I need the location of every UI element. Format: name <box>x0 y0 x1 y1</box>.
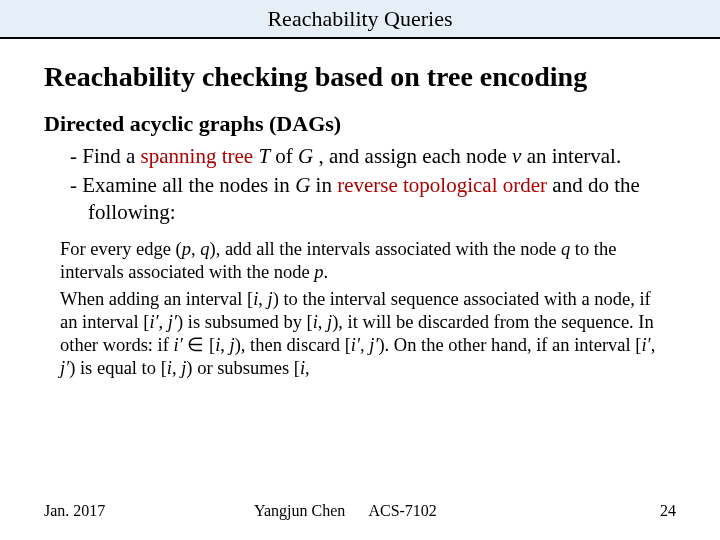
slide-header: Reachability Queries <box>0 0 720 39</box>
paragraph-block: For every edge (p, q), add all the inter… <box>44 238 676 381</box>
footer-author: Yangjun Chen <box>254 502 345 519</box>
slide-content: Reachability checking based on tree enco… <box>0 39 720 380</box>
paragraph-1: For every edge (p, q), add all the inter… <box>60 238 668 284</box>
footer-center: Yangjun Chen ACS-7102 <box>254 502 636 520</box>
header-title: Reachability Queries <box>267 6 452 31</box>
bullet-item-1: Find a spanning tree T of G , and assign… <box>70 143 676 170</box>
footer: Jan. 2017 Yangjun Chen ACS-7102 24 <box>0 502 720 520</box>
footer-page: 24 <box>636 502 676 520</box>
slide: Reachability Queries Reachability checki… <box>0 0 720 540</box>
footer-course: ACS-7102 <box>368 502 436 519</box>
bullet-item-2: Examine all the nodes in G in reverse to… <box>70 172 676 226</box>
bullet-list: Find a spanning tree T of G , and assign… <box>44 143 676 226</box>
paragraph-2: When adding an interval [i, j) to the in… <box>60 288 668 381</box>
section-title: Reachability checking based on tree enco… <box>44 61 676 93</box>
footer-date: Jan. 2017 <box>44 502 254 520</box>
subheading: Directed acyclic graphs (DAGs) <box>44 111 676 137</box>
